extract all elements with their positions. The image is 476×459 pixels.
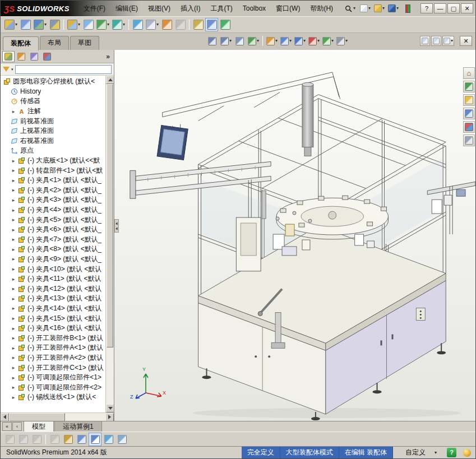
tab-sketch[interactable]: 草图 xyxy=(70,36,99,50)
viewport-pane-left-icon[interactable] xyxy=(420,36,430,46)
linear-component-pattern-icon-dropdown[interactable]: ▾ xyxy=(44,22,47,27)
expand-arrow-icon[interactable]: ▸ xyxy=(11,187,16,193)
hide-show-items-icon[interactable]: ▾ xyxy=(293,35,307,47)
insert-components-icon-dropdown[interactable]: ▾ xyxy=(15,22,17,27)
tab-layout[interactable]: 布局 xyxy=(40,36,69,50)
tree-item[interactable]: ▸(-) 夹具<2> (默认 <默认_ xyxy=(2,186,105,196)
display-style-icon-dropdown[interactable]: ▾ xyxy=(289,39,292,43)
tab-assembly[interactable]: 装配体 xyxy=(3,36,39,50)
tree-item[interactable]: 右视基准面 xyxy=(2,136,105,146)
expand-arrow-icon[interactable]: ▸ xyxy=(11,109,16,114)
expand-arrow-icon[interactable]: ▸ xyxy=(11,345,16,351)
tree-item[interactable]: ▸(-) 夹具<6> (默认 <默认_ xyxy=(2,225,105,235)
expand-arrow-icon[interactable]: ▸ xyxy=(11,227,16,233)
expand-arrow-icon[interactable]: ▸ xyxy=(11,217,16,222)
tree-item[interactable]: ▸(-) 开工装部件C<1> (默认 xyxy=(2,363,105,373)
filter-icon[interactable] xyxy=(3,67,10,72)
close-document-button[interactable]: ✕ xyxy=(460,36,472,46)
tree-item[interactable]: ▸(-) 夹具<5> (默认 <默认_ xyxy=(2,215,105,225)
assembly-3d-model[interactable] xyxy=(114,50,475,421)
new-document-icon[interactable]: ▾ xyxy=(359,2,372,15)
tree-item[interactable]: ▸(-) 开工装部件A<2> (默认 xyxy=(2,353,105,363)
expand-arrow-icon[interactable]: ▸ xyxy=(11,326,16,331)
tree-item[interactable]: ▸(-) 夹具<8> (默认 <默认_ xyxy=(2,244,105,254)
menu-insert[interactable]: 插入(I) xyxy=(175,1,205,16)
viewport-pane-split-icon[interactable] xyxy=(431,36,441,46)
expand-arrow-icon[interactable]: ▸ xyxy=(11,168,16,173)
edit-appearance-icon-dropdown[interactable]: ▾ xyxy=(317,39,320,43)
file-explorer-tab-icon[interactable] xyxy=(463,94,475,106)
zoom-fit-icon[interactable] xyxy=(206,35,219,47)
assembly-features-icon-dropdown[interactable]: ▾ xyxy=(107,22,109,27)
tree-item[interactable]: 原点 xyxy=(2,146,105,156)
featuremanager-tab-icon[interactable] xyxy=(2,51,15,62)
tab-scroll-prev-button[interactable]: ‹ xyxy=(12,422,22,431)
viewport-pane-full-icon-dropdown[interactable]: ▾ xyxy=(451,39,453,43)
menu-file[interactable]: 文件(F) xyxy=(78,1,110,16)
close-button[interactable]: ✕ xyxy=(461,3,473,13)
view-settings-icon[interactable]: ▾ xyxy=(335,35,349,47)
tree-item[interactable]: ▸(-) 夹具<1> (默认 <默认_ xyxy=(2,175,105,186)
expand-arrow-icon[interactable]: ▸ xyxy=(11,286,16,291)
tree-item[interactable]: ▸(-) 夹具<9> (默认 <默认_ xyxy=(2,254,105,265)
apply-scene-icon[interactable]: ▾ xyxy=(321,35,335,47)
reference-geometry-icon-dropdown[interactable]: ▾ xyxy=(123,22,125,27)
appearances-tab-icon[interactable] xyxy=(463,121,475,133)
view-settings-icon-dropdown[interactable]: ▾ xyxy=(345,39,348,43)
panel-splitter-handle[interactable] xyxy=(114,219,119,233)
tree-item[interactable]: ▸(-) 开工装部件B<1> (默认 xyxy=(2,333,105,343)
move-component-icon[interactable]: ▾ xyxy=(66,18,81,31)
smart-fasteners-icon[interactable] xyxy=(48,18,61,31)
horizontal-scroll-track[interactable] xyxy=(9,413,105,421)
tree-item[interactable]: 传感器 xyxy=(2,96,105,106)
tree-item[interactable]: ▸(-) 夹具<14> (默认 <默认 xyxy=(2,304,105,314)
resource-monitor-icon[interactable] xyxy=(463,449,471,457)
scroll-down-button[interactable] xyxy=(106,404,114,412)
view-selector-icon[interactable] xyxy=(115,433,128,446)
tree-item[interactable]: ▸(-) 夹具<10> (默认 <默认 xyxy=(2,264,105,274)
mate-icon[interactable] xyxy=(19,18,32,31)
expand-arrow-icon[interactable]: ▸ xyxy=(11,197,16,203)
view-orientation-icon[interactable]: ▾ xyxy=(265,35,279,47)
open-document-icon-dropdown[interactable]: ▾ xyxy=(382,6,385,11)
tree-root-item[interactable]: 圆形电容穿心焊接机 (默认< xyxy=(2,77,105,87)
design-library-tab-icon[interactable] xyxy=(463,81,475,92)
quick-tips-help-button[interactable]: ? xyxy=(447,448,456,457)
display-style-icon[interactable]: ▾ xyxy=(279,35,293,47)
expand-arrow-icon[interactable]: ▸ xyxy=(11,335,16,341)
expand-arrow-icon[interactable]: ▸ xyxy=(11,395,16,400)
tree-item[interactable]: ▸(-) 夹具<3> (默认 <默认_ xyxy=(2,195,105,205)
assembly-xpert-icon[interactable] xyxy=(62,433,75,446)
filter-input[interactable] xyxy=(15,65,112,74)
expand-arrow-icon[interactable]: ▸ xyxy=(11,355,16,360)
display-pane-icon[interactable] xyxy=(89,433,101,446)
section-view-icon-dropdown[interactable]: ▾ xyxy=(257,39,259,43)
menu-window[interactable]: 窗口(W) xyxy=(271,1,305,16)
assembly-features-icon[interactable]: ▾ xyxy=(95,18,110,31)
expand-arrow-icon[interactable]: ▸ xyxy=(11,305,16,311)
menu-tools[interactable]: 工具(T) xyxy=(205,1,237,16)
section-view-icon[interactable]: ▾ xyxy=(247,35,260,47)
appearance-target-icon[interactable] xyxy=(102,433,115,446)
tree-item[interactable]: ▸(-) 锡线送线<1> (默认< xyxy=(2,392,105,402)
expand-arrow-icon[interactable]: ▸ xyxy=(11,207,16,213)
isolate-icon[interactable] xyxy=(75,433,88,446)
expand-arrow-icon[interactable]: ▸ xyxy=(11,158,16,164)
apply-scene-icon-dropdown[interactable]: ▾ xyxy=(331,39,334,43)
configurationmanager-tab-icon[interactable] xyxy=(28,51,40,62)
view-palette-tab-icon[interactable] xyxy=(463,108,475,119)
maximize-button[interactable]: ▢ xyxy=(447,3,460,13)
menu-toolbox[interactable]: Toolbox xyxy=(238,1,271,16)
vertical-scroll-thumb[interactable] xyxy=(107,84,113,347)
tree-item[interactable]: ▸(-) 夹具<15> (默认 <默认 xyxy=(2,313,105,323)
rebuild-icon[interactable] xyxy=(219,18,232,31)
hide-show-items-icon-dropdown[interactable]: ▾ xyxy=(303,39,306,43)
tree-item[interactable]: ▸(-) 大底板<1> (默认<<默 xyxy=(2,156,105,166)
tree-item[interactable]: ▸A注解 xyxy=(2,106,105,117)
linear-component-pattern-icon[interactable]: ▾ xyxy=(33,18,48,31)
open-document-icon[interactable]: ▾ xyxy=(373,2,386,15)
show-hidden-components-icon[interactable] xyxy=(82,18,95,31)
expand-arrow-icon[interactable]: ▸ xyxy=(11,237,16,242)
tree-item[interactable]: ▸(-) 夹具<7> (默认 <默认_ xyxy=(2,235,105,245)
tree-item[interactable]: ▸(-) 可调顶起限位部件<2> xyxy=(2,382,105,392)
